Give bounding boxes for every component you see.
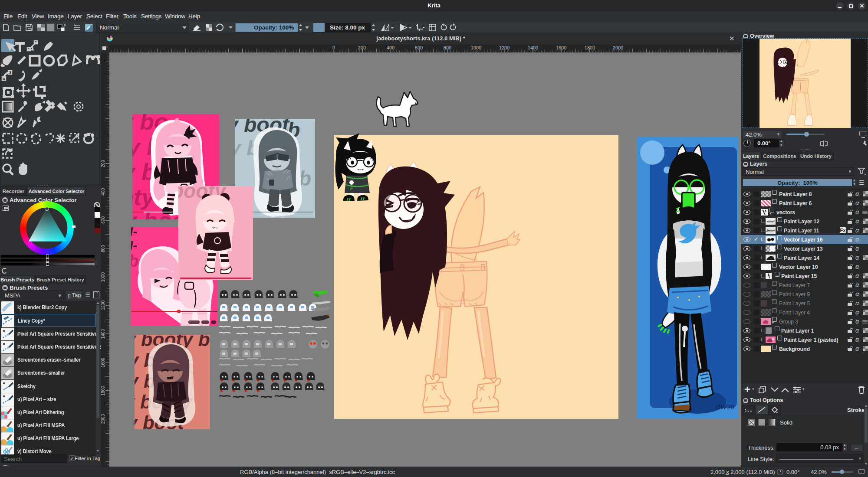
svg-text:OW'20: OW'20 [716, 404, 734, 411]
svg-text:Normal: Normal [100, 24, 119, 31]
svg-text:Size: 8.00 px: Size: 8.00 px [330, 24, 365, 31]
svg-text:Opacity: 100%: Opacity: 100% [254, 24, 294, 31]
